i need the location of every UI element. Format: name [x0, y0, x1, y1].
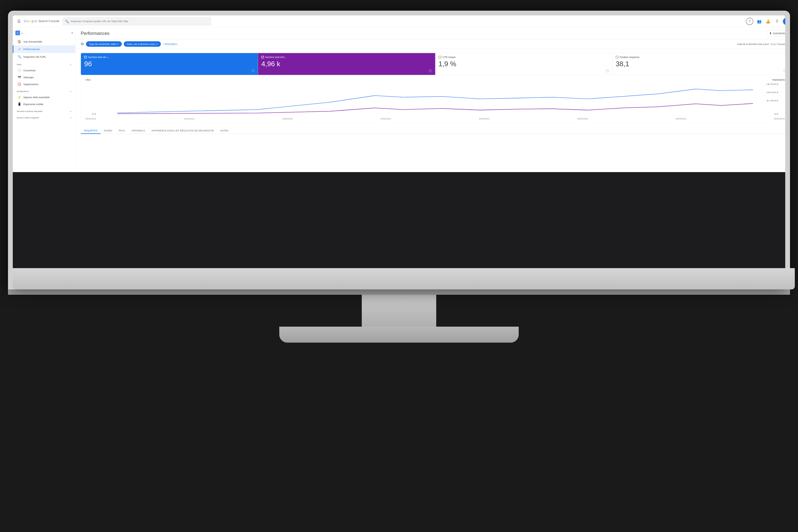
metric-footer-ctr: ? — [439, 70, 609, 72]
hamburger-icon[interactable]: ☰ — [17, 19, 20, 23]
filter-chip-date-label: Date: Les 3 derniers mois — [127, 42, 155, 45]
sitemaps-icon: 🗺 — [17, 76, 21, 79]
metric-label-ctr: CTR moyen — [442, 56, 456, 58]
chart-left-label: Clics — [86, 78, 91, 81]
suppressions-icon: 🚫 — [17, 82, 21, 86]
overview-icon: 🏠 — [17, 40, 21, 44]
bell-button[interactable]: 🔔 — [765, 18, 771, 24]
nav-label-suppressions: Suppressions — [23, 83, 38, 86]
nav-item-suppressions[interactable]: 🚫 Suppressions — [13, 81, 75, 88]
filter-chip-date[interactable]: Date: Les 3 derniers mois ✏ — [124, 41, 161, 46]
nav-item-couverture[interactable]: 📄 Couverture — [13, 67, 75, 74]
metric-value-ctr: 1,9 % — [439, 60, 609, 68]
page-title: Performances — [81, 31, 109, 36]
update-date-text: Date de la dernière mise à jour : il y a… — [737, 43, 785, 45]
users-icon: 👥 — [757, 19, 762, 23]
update-date: Date de la dernière mise à jour : il y a… — [737, 42, 785, 45]
chart-date-2: 16/02/2021 — [282, 117, 293, 120]
filter-icon: ⚙ — [81, 42, 84, 46]
metric-checkbox-clics: ✓ — [84, 56, 87, 58]
logo-o1: o — [27, 20, 28, 23]
url-inspection-icon: 🔍 — [17, 55, 21, 59]
metric-card-impressions[interactable]: ✓ Nombre total d'im... 4,96 k ? — [258, 53, 435, 75]
chart-date-3: 20/02/2021 — [381, 117, 391, 120]
grid-icon: ⠿ — [776, 19, 778, 23]
logo-o2: o — [29, 20, 31, 23]
stand-connector — [8, 289, 790, 295]
metric-label-clics: Nombre total de c... — [88, 56, 110, 58]
metric-card-position[interactable]: Position moyenne 38,1 ? — [612, 53, 785, 75]
app-logo: Google Search Console — [24, 20, 59, 23]
metrics-cards: ✓ Nombre total de c... 96 ? — [81, 53, 785, 75]
section-ameliorations-header[interactable]: Améliorations ∧ — [13, 88, 75, 94]
edit-icon-date: ✏ — [156, 43, 158, 45]
metric-checkbox-impressions: ✓ — [261, 56, 264, 58]
topbar: ☰ Google Search Console 🔍 ? 👥 — [13, 15, 785, 27]
chart-container: Clics Impressions 450 300 150 0 — [81, 75, 785, 124]
metric-value-position: 38,1 — [616, 60, 785, 68]
grid-button[interactable]: ⠿ — [774, 18, 780, 24]
nav-label-sitemaps: Sitemaps — [23, 76, 34, 79]
nav-label-overview: Vue d'ensemble — [23, 40, 42, 43]
tab-appareils[interactable]: APPAREILS — [128, 128, 148, 134]
help-icon: ? — [749, 19, 750, 23]
metric-card-clics[interactable]: ✓ Nombre total de c... 96 ? — [81, 53, 258, 75]
chart-right-label: Impressions — [772, 78, 785, 81]
metric-header-position: Position moyenne — [616, 56, 785, 58]
nav-item-sitemaps[interactable]: 🗺 Sitemaps — [13, 74, 75, 80]
tab-apparence[interactable]: APPARENCE DANS LES RÉSULTATS DE RECHERCH… — [148, 128, 217, 134]
property-name: c... — [21, 32, 70, 34]
nav-label-ergonomie: Ergonomie mobile — [23, 103, 43, 106]
svg-text:0: 0 — [92, 113, 96, 115]
tab-pays[interactable]: PAYS — [115, 128, 128, 134]
search-bar[interactable]: 🔍 — [63, 17, 211, 25]
nav-label-signaux: Signaux Web essentiels — [23, 96, 50, 99]
export-button[interactable]: ⬇ EXPORTER — [766, 30, 785, 37]
screen-inner: ☰ Google Search Console 🔍 ? 👥 — [13, 15, 785, 268]
svg-text:150: 150 — [765, 100, 778, 102]
search-icon: 🔍 — [65, 19, 69, 23]
svg-text:450: 450 — [765, 83, 778, 86]
metric-header-clics: ✓ Nombre total de c... — [84, 56, 254, 58]
sidebar: C c... ▾ 🏠 Vue d'ensemble ↗ Performances — [13, 27, 76, 172]
export-icon: ⬇ — [769, 32, 772, 35]
nav-label-couverture: Couverture — [23, 69, 36, 72]
metric-header-impressions: ✓ Nombre total d'im... — [261, 56, 432, 58]
nav-item-overview[interactable]: 🏠 Vue d'ensemble — [13, 38, 75, 45]
new-filter-button[interactable]: + NOUVEAU — [163, 42, 177, 45]
new-filter-label: + NOUVEAU — [163, 42, 177, 45]
tab-pages[interactable]: PAGES — [100, 128, 115, 134]
metric-label-position: Position moyenne — [620, 56, 639, 58]
nav-item-url-inspection[interactable]: 🔍 Inspection de l'URL — [13, 53, 75, 61]
metric-card-ctr[interactable]: CTR moyen 1,9 % ? — [435, 53, 612, 75]
chart-date-5: 28/02/2021 — [577, 117, 588, 120]
help-button[interactable]: ? — [746, 18, 753, 25]
search-input[interactable] — [71, 20, 209, 23]
metric-footer-position: ? — [616, 70, 785, 72]
nav-item-performances[interactable]: ↗ Performances — [13, 45, 75, 53]
couverture-icon: 📄 — [17, 69, 21, 72]
metric-value-clics: 96 — [84, 60, 254, 68]
section-ameliorations-label: Améliorations — [17, 90, 29, 93]
chart-date-4: 24/02/2021 — [479, 117, 490, 120]
logo-g2: g — [32, 20, 33, 23]
property-selector[interactable]: C c... ▾ — [13, 29, 75, 36]
signaux-icon: ⚡ — [17, 95, 21, 99]
property-chevron-icon: ▾ — [72, 32, 73, 34]
filter-chip-type[interactable]: Type de recherche: Web ✏ — [86, 41, 122, 46]
users-button[interactable]: 👥 — [756, 18, 762, 24]
section-anciens-header[interactable]: Anciens outils et rapports ∨ — [13, 114, 75, 120]
tab-dates[interactable]: DATES — [217, 128, 232, 134]
section-index-label: Index — [17, 63, 22, 66]
section-index-header[interactable]: Index ∧ — [13, 61, 75, 67]
avatar[interactable]: a — [783, 18, 785, 25]
monitor-back — [13, 268, 795, 289]
chart-date-7: 08/03/2021 — [774, 117, 785, 120]
nav-item-ergonomie[interactable]: 📱 Ergonomie mobile — [13, 101, 75, 108]
section-anciens-label: Anciens outils et rapports — [17, 116, 39, 119]
metric-label-impressions: Nombre total d'im... — [265, 56, 286, 58]
tab-requetes[interactable]: REQUÊTES — [81, 128, 100, 134]
section-anciens-chevron: ∨ — [70, 116, 72, 119]
nav-item-signaux[interactable]: ⚡ Signaux Web essentiels — [13, 94, 75, 101]
section-securite-header[interactable]: Sécurité et actions manuelles ∨ — [13, 108, 75, 114]
